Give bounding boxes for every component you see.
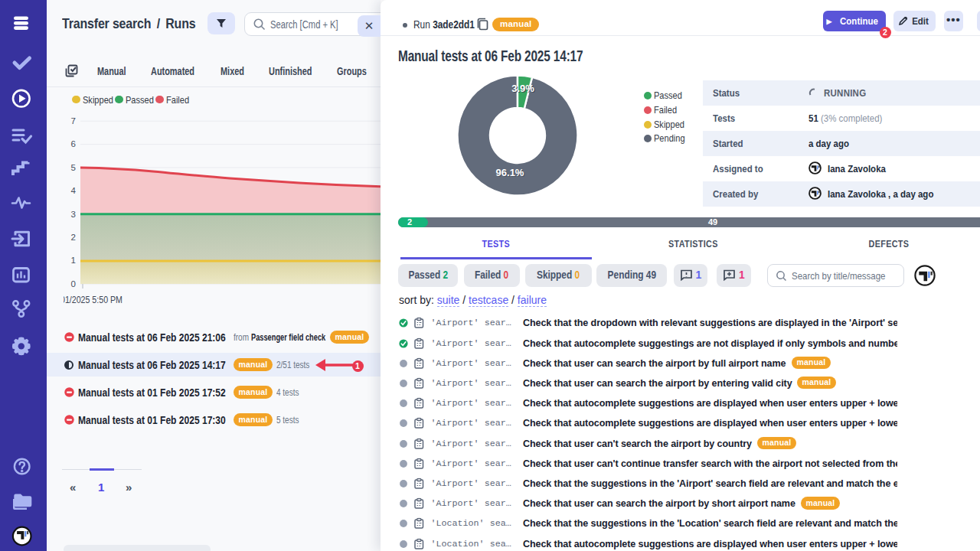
svg-text:3.9%: 3.9% <box>511 83 534 94</box>
svg-text:2: 2 <box>71 233 76 242</box>
svg-text:4: 4 <box>71 186 77 195</box>
svg-text:0: 0 <box>71 279 76 289</box>
svg-text:96.1%: 96.1% <box>496 167 524 178</box>
svg-text:7: 7 <box>71 116 76 126</box>
svg-text:3: 3 <box>71 210 76 219</box>
svg-text:6: 6 <box>71 139 76 148</box>
svg-text:5: 5 <box>71 163 76 172</box>
svg-text:1: 1 <box>71 256 76 265</box>
